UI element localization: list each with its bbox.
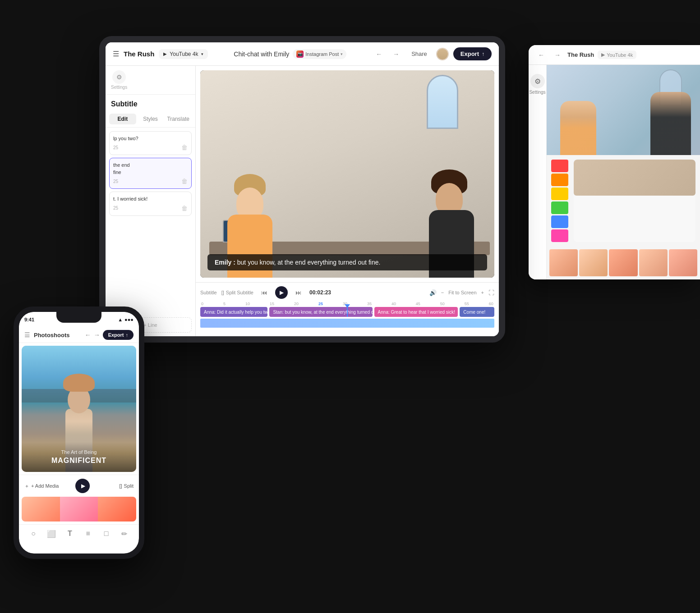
color-swatch-orange[interactable]: [551, 174, 568, 186]
phone-project-name: Photoshoots: [34, 332, 69, 339]
subtitle-list: lp you two? 25 🗑 the endfine 25 🗑: [106, 128, 195, 317]
timeline-split-label[interactable]: [] Split Subtitle: [221, 290, 253, 295]
desktop-topbar: ← → The Rush ▶ YouTube 4k: [529, 45, 700, 65]
timeline-minus[interactable]: −: [441, 290, 444, 295]
tablet-upload-icon: ↑: [482, 51, 484, 57]
photo-strip-item[interactable]: [579, 249, 608, 276]
phone-subtitle1: The Art of Being: [29, 449, 129, 455]
timeline-next[interactable]: ⏭: [292, 286, 305, 299]
video-subtitle-text: but you know, at the end everything turn…: [237, 259, 381, 266]
tablet-share-button[interactable]: Share: [407, 48, 432, 59]
subtitle-item-time: 25 🗑: [113, 144, 188, 151]
subtitle-item[interactable]: lp you two? 25 🗑: [109, 131, 192, 155]
timeline-controls: Subtitle [] Split Subtitle ⏮ ▶ ⏭ 00:02:2…: [200, 286, 494, 299]
tablet-format-chevron: ▾: [201, 52, 203, 56]
timeline-fullscreen-icon[interactable]: ⛶: [488, 289, 494, 296]
tablet-menu-icon[interactable]: ☰: [113, 50, 119, 58]
phone-icon-list[interactable]: ≡: [82, 527, 94, 540]
instagram-icon: 📷: [296, 50, 304, 58]
tablet-format-badge[interactable]: ▶ YouTube 4k ▾: [159, 49, 207, 59]
timeline-waveform: [200, 319, 494, 328]
timeline-track[interactable]: Come one!: [460, 307, 494, 317]
timeline-actions: 🔊 − Fit to Screen + ⛶: [429, 289, 494, 296]
phone-icon-edit[interactable]: ✏: [118, 527, 131, 540]
subtitle-item-active[interactable]: the endfine 25 🗑: [109, 158, 192, 189]
desktop-format-badge: ▶ YouTube 4k: [598, 50, 636, 59]
sidebar-subtitle-title: Subtitle: [106, 95, 195, 111]
phone-split-button[interactable]: [] Split: [119, 483, 134, 489]
color-swatch-pink[interactable]: [551, 229, 568, 242]
timeline-plus[interactable]: +: [481, 290, 484, 295]
phone-icon-text[interactable]: T: [64, 527, 76, 540]
video-speaker: Emily :: [215, 259, 235, 266]
tablet-video-container: Emily : but you know, at the end everyth…: [200, 70, 494, 278]
timeline-volume-icon[interactable]: 🔊: [429, 289, 437, 296]
settings-icon: ⚙: [530, 74, 545, 88]
phone-play-button[interactable]: ▶: [75, 479, 90, 493]
sidebar-settings-label: Settings: [111, 85, 127, 90]
sidebar-tab-styles[interactable]: Styles: [137, 114, 164, 124]
phone-back-icon[interactable]: ☰: [24, 331, 30, 339]
tablet-redo-icon[interactable]: →: [390, 48, 402, 60]
social-chevron: ▾: [341, 52, 343, 56]
color-swatch-blue[interactable]: [551, 215, 568, 228]
color-swatch-green[interactable]: [551, 201, 568, 214]
phone-video: The Art of Being MAGNIFICENT: [22, 346, 136, 472]
split-label-text: Split Subtitle: [226, 290, 253, 295]
sidebar-tab-translate[interactable]: Translate: [165, 114, 192, 124]
sidebar-tab-edit[interactable]: Edit: [109, 114, 136, 124]
phone-thumb[interactable]: [98, 497, 136, 522]
phone-icon-template[interactable]: □: [100, 527, 112, 540]
color-swatch-yellow[interactable]: [551, 188, 568, 200]
phone-upload-icon: ↑: [126, 332, 129, 338]
photo-strip-item[interactable]: [609, 249, 637, 276]
phone-subtitle2: MAGNIFICENT: [29, 457, 129, 465]
photo-strip-item[interactable]: [549, 249, 578, 276]
phone-undo-icon[interactable]: ←: [85, 331, 91, 339]
desktop-settings[interactable]: ⚙ Settings: [529, 70, 549, 98]
phone-icon-camera[interactable]: ○: [27, 527, 40, 540]
scene: ← → The Rush ▶ YouTube 4k ⚙ Settings: [0, 0, 700, 613]
phone-icon-media[interactable]: ⬜: [45, 527, 58, 540]
phone-thumb[interactable]: [60, 497, 98, 522]
subtitle-item-text: t. I worried sick!: [113, 196, 188, 202]
phone-redo-icon[interactable]: →: [94, 331, 100, 339]
phone-status-time: 9:41: [24, 317, 34, 322]
phone-topbar: ☰ Photoshoots ← → Export ↑: [19, 327, 139, 343]
timeline-subtitle-label: Subtitle: [200, 290, 217, 295]
tablet-window: ☰ The Rush ▶ YouTube 4k ▾ Chit-chat with…: [99, 36, 505, 343]
subtitle-item-time: 25 🗑: [113, 205, 188, 212]
desktop-back-icon[interactable]: ←: [535, 49, 548, 61]
subtitle-item-text-active: the endfine: [113, 162, 188, 176]
phone-controls: ＋ + Add Media ▶ [] Split: [19, 475, 139, 497]
photo-strip-item[interactable]: [639, 249, 668, 276]
social-format-label: Instagram Post: [305, 51, 339, 57]
timeline-track[interactable]: Stan: but you know, at the end everythin…: [269, 307, 372, 317]
timeline-play-button[interactable]: ▶: [275, 286, 288, 299]
desktop-photo-strip: [547, 247, 700, 279]
photo-strip-item[interactable]: [669, 249, 697, 276]
timeline-play-icon: ▶: [280, 289, 284, 296]
timeline-fit-screen[interactable]: Fit to Screen: [448, 290, 476, 295]
tablet-format-label: YouTube 4k: [170, 51, 198, 57]
tablet-timeline: Subtitle [] Split Subtitle ⏮ ▶ ⏭ 00:02:2…: [196, 282, 499, 336]
timeline-track[interactable]: Anna: Did it actually help you two?: [200, 307, 267, 317]
timeline-track[interactable]: Anna: Great to hear that I worried sick!: [374, 307, 458, 317]
timeline-prev[interactable]: ⏮: [258, 286, 271, 299]
social-format-badge[interactable]: 📷 Instagram Post ▾: [293, 49, 346, 59]
tablet-export-button[interactable]: Export ↑: [453, 47, 492, 60]
tablet-topbar: ☰ The Rush ▶ YouTube 4k ▾ Chit-chat with…: [106, 42, 499, 66]
color-swatch-red[interactable]: [551, 160, 568, 172]
tablet-project-name: Chit-chat with Emily: [234, 50, 289, 58]
phone-add-media[interactable]: ＋ + Add Media: [24, 483, 59, 489]
sidebar-settings[interactable]: ⚙ Settings: [111, 70, 127, 90]
phone-thumb[interactable]: [22, 497, 60, 522]
phone-export-button[interactable]: Export ↑: [103, 330, 134, 340]
tablet-undo-icon[interactable]: ←: [373, 48, 385, 60]
phone-video-overlay: The Art of Being MAGNIFICENT: [22, 442, 136, 472]
phone-device: 9:41 ▲●●● ☰ Photoshoots ← → Export ↑: [14, 306, 144, 559]
desktop-forward-icon[interactable]: →: [551, 49, 564, 61]
subtitle-item[interactable]: t. I worried sick! 25 🗑: [109, 192, 192, 215]
phone-bottom-icons: ○ ⬜ T ≡ □ ✏: [19, 524, 139, 544]
tablet-title: The Rush: [124, 50, 154, 58]
